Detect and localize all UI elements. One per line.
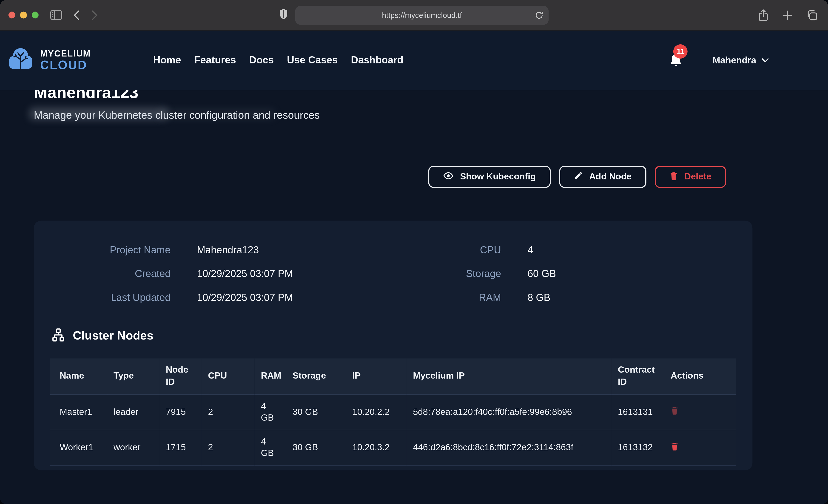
add-node-label: Add Node xyxy=(589,172,631,182)
last-updated-label: Last Updated xyxy=(34,291,170,303)
reload-icon[interactable] xyxy=(535,11,543,19)
add-node-button[interactable]: Add Node xyxy=(559,166,647,188)
cluster-info-panel: Project Name Mahendra123 CPU 4 Created 1… xyxy=(34,220,752,470)
table-row: Worker1worker171524 GB30 GB10.20.3.2446:… xyxy=(50,430,736,465)
cluster-table-body: Master1leader791524 GB30 GB10.20.2.25d8:… xyxy=(50,394,736,465)
col-actions: Actions xyxy=(664,359,736,394)
delete-label: Delete xyxy=(685,172,711,182)
page-content: MYCELIUM CLOUD Home Features Docs Use Ca… xyxy=(0,31,828,504)
cell-node-id: 1715 xyxy=(160,430,202,465)
cell-ip: 10.20.3.2 xyxy=(346,430,407,465)
notifications-button[interactable]: 11 xyxy=(669,53,683,68)
back-icon[interactable] xyxy=(73,10,80,20)
ram-label: RAM xyxy=(371,291,501,303)
cell-cpu: 2 xyxy=(202,430,255,465)
col-cpu: CPU xyxy=(202,359,255,394)
nav-link-features[interactable]: Features xyxy=(194,54,236,66)
cluster-details-section: Mahendra123 Manage your Kubernetes clust… xyxy=(34,83,752,470)
tab-overview-icon[interactable] xyxy=(806,9,818,20)
network-nodes-icon xyxy=(51,328,66,344)
window-controls xyxy=(8,12,39,18)
brand-name-bottom: CLOUD xyxy=(40,59,91,72)
zoom-window-button[interactable] xyxy=(32,12,39,18)
table-row: Master1leader791524 GB30 GB10.20.2.25d8:… xyxy=(50,394,736,430)
cell-node-id: 7915 xyxy=(160,394,202,430)
col-ram: RAM xyxy=(255,359,286,394)
created-label: Created xyxy=(34,267,170,280)
cpu-value: 4 xyxy=(501,244,753,256)
show-kubeconfig-button[interactable]: Show Kubeconfig xyxy=(428,166,551,188)
sidebar-toggle-icon[interactable] xyxy=(50,10,62,20)
nav-link-use-cases[interactable]: Use Cases xyxy=(287,54,338,66)
project-name-label: Project Name xyxy=(34,244,170,256)
cell-ram: 4 GB xyxy=(255,430,286,465)
site-navbar: MYCELIUM CLOUD Home Features Docs Use Ca… xyxy=(0,31,828,90)
brand-name-top: MYCELIUM xyxy=(40,49,91,58)
cell-type: leader xyxy=(107,394,159,430)
table-header-row: Name Type Node ID CPU RAM Storage IP Myc… xyxy=(50,359,736,394)
nav-links: Home Features Docs Use Cases Dashboard xyxy=(153,54,403,66)
col-contract-id: Contract ID xyxy=(612,359,664,394)
brand[interactable]: MYCELIUM CLOUD xyxy=(6,47,91,74)
cell-cpu: 2 xyxy=(202,394,255,430)
cell-contract-id: 1613131 xyxy=(612,394,664,430)
notification-count-badge: 11 xyxy=(673,44,688,58)
forward-icon[interactable] xyxy=(91,10,98,20)
new-tab-icon[interactable] xyxy=(783,10,792,20)
browser-toolbar: https://myceliumcloud.tf xyxy=(0,0,828,31)
cluster-actions: Show Kubeconfig Add Node xyxy=(34,166,752,188)
col-type: Type xyxy=(107,359,159,394)
cell-type: worker xyxy=(107,430,159,465)
privacy-shield-icon[interactable] xyxy=(280,8,288,22)
page-subtitle: Manage your Kubernetes cluster configura… xyxy=(34,109,752,121)
col-name: Name xyxy=(50,359,107,394)
nav-link-docs[interactable]: Docs xyxy=(249,54,274,66)
cell-mycelium-ip: 446:d2a6:8bcd:8c16:ff0f:72e2:3114:863f xyxy=(407,430,612,465)
screen: https://myceliumcloud.tf xyxy=(0,0,828,504)
storage-value: 60 GB xyxy=(501,267,753,280)
trash-icon xyxy=(670,171,678,183)
cell-mycelium-ip: 5d8:78ea:a120:f40c:ff0f:a5fe:99e6:8b96 xyxy=(407,394,612,430)
pencil-icon xyxy=(574,171,583,183)
cluster-nodes-table: Name Type Node ID CPU RAM Storage IP Myc… xyxy=(50,359,736,466)
ram-value: 8 GB xyxy=(501,291,753,303)
cell-contract-id: 1613132 xyxy=(612,430,664,465)
bell-icon xyxy=(669,60,683,69)
delete-node-button[interactable] xyxy=(671,442,678,451)
cloud-tree-logo-icon xyxy=(6,47,35,74)
storage-label: Storage xyxy=(371,267,501,280)
cell-name: Worker1 xyxy=(50,430,107,465)
cell-actions xyxy=(664,430,736,465)
cluster-nodes-title: Cluster Nodes xyxy=(73,329,154,343)
project-info: Project Name Mahendra123 CPU 4 Created 1… xyxy=(34,244,752,304)
cpu-label: CPU xyxy=(371,244,501,256)
col-ip: IP xyxy=(346,359,407,394)
cell-storage: 30 GB xyxy=(286,430,346,465)
cell-ram: 4 GB xyxy=(255,394,286,430)
delete-cluster-button[interactable]: Delete xyxy=(655,166,726,188)
col-node-id: Node ID xyxy=(160,359,202,394)
delete-node-button xyxy=(671,406,678,415)
col-mycelium-ip: Mycelium IP xyxy=(407,359,612,394)
close-window-button[interactable] xyxy=(8,12,15,18)
user-menu[interactable]: Mahendra xyxy=(713,55,769,66)
cell-actions xyxy=(664,394,736,430)
minimize-window-button[interactable] xyxy=(20,12,27,18)
nav-link-dashboard[interactable]: Dashboard xyxy=(351,54,403,66)
eye-icon xyxy=(443,171,454,182)
col-storage: Storage xyxy=(286,359,346,394)
nav-link-home[interactable]: Home xyxy=(153,54,181,66)
last-updated-value: 10/29/2025 03:07 PM xyxy=(170,291,371,303)
url-text: https://myceliumcloud.tf xyxy=(382,11,462,19)
cell-storage: 30 GB xyxy=(286,394,346,430)
user-name: Mahendra xyxy=(713,55,756,66)
show-kubeconfig-label: Show Kubeconfig xyxy=(460,172,536,182)
cell-ip: 10.20.2.2 xyxy=(346,394,407,430)
address-bar[interactable]: https://myceliumcloud.tf xyxy=(295,5,548,25)
chevron-down-icon xyxy=(761,55,769,65)
project-name-value: Mahendra123 xyxy=(170,244,371,256)
share-icon[interactable] xyxy=(758,9,769,22)
browser-window: https://myceliumcloud.tf xyxy=(0,0,828,504)
cell-name: Master1 xyxy=(50,394,107,430)
cluster-nodes-heading: Cluster Nodes xyxy=(51,328,753,344)
